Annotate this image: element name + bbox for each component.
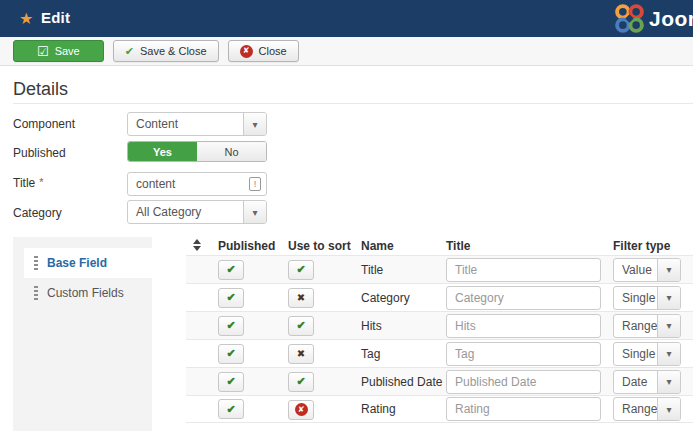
caret-down-icon: ▾: [657, 371, 680, 393]
field-name: Title: [361, 263, 446, 277]
filter-type-value: Date: [614, 371, 657, 393]
caret-down-icon: ▾: [657, 287, 680, 309]
details-heading: Details: [13, 79, 68, 100]
apply-checkbox-icon: ☑: [37, 45, 49, 58]
table-body: Title Value▾ Category Single▾ Hits Range…: [186, 255, 693, 423]
title-label: Title*: [13, 176, 44, 190]
col-name: Name: [361, 239, 446, 253]
table-row: Tag Single▾: [186, 339, 693, 367]
save-and-close-button[interactable]: ✔ Save & Close: [113, 40, 219, 62]
sort-order-icon[interactable]: [193, 239, 201, 251]
tab-base-field-label: Base Field: [47, 256, 107, 270]
close-button[interactable]: ✘ Close: [228, 40, 299, 62]
caret-down-icon: ▾: [657, 343, 680, 365]
field-name: Published Date: [361, 375, 446, 389]
category-select[interactable]: All Category ▾: [127, 200, 267, 224]
page-title: Edit: [41, 9, 70, 26]
published-label: Published: [13, 146, 66, 160]
caret-down-icon: ▾: [657, 315, 680, 337]
field-name: Hits: [361, 319, 446, 333]
component-label: Component: [13, 117, 75, 131]
category-label: Category: [13, 206, 62, 220]
published-toggle-button[interactable]: [218, 316, 244, 336]
titlebar: ★ Edit Joomla: [0, 0, 693, 37]
published-toggle-button[interactable]: [218, 399, 244, 419]
field-title-input[interactable]: [446, 397, 601, 421]
col-title: Title: [446, 239, 613, 253]
use-to-sort-toggle-button[interactable]: [288, 400, 314, 420]
use-to-sort-toggle-button[interactable]: [288, 260, 314, 280]
fields-table: Published Use to sort Name Title Filter …: [186, 237, 693, 423]
joomla-logo-icon: [615, 4, 644, 33]
tab-custom-fields-label: Custom Fields: [47, 286, 124, 300]
caret-down-icon: ▾: [657, 259, 680, 281]
table-row: Published Date Date▾: [186, 367, 693, 395]
drag-handle-icon: [34, 286, 38, 300]
published-yes-button[interactable]: Yes: [128, 142, 197, 161]
tab-custom-fields[interactable]: Custom Fields: [24, 278, 152, 308]
published-toggle-button[interactable]: [218, 344, 244, 364]
published-toggle: Yes No: [127, 141, 267, 162]
close-button-label: Close: [259, 45, 287, 57]
filter-type-value: Range: [614, 398, 657, 420]
joomla-logo-text: Joomla: [649, 7, 693, 31]
save-button[interactable]: ☑ Save: [13, 40, 104, 62]
caret-down-icon: ▾: [243, 113, 266, 135]
published-toggle-button[interactable]: [218, 288, 244, 308]
table-header-row: Published Use to sort Name Title Filter …: [186, 237, 693, 255]
filter-type-value: Single: [614, 343, 657, 365]
filter-type-value: Value: [614, 259, 657, 281]
use-to-sort-toggle-button[interactable]: [288, 316, 314, 336]
filter-type-value: Range: [614, 315, 657, 337]
filter-type-select[interactable]: Date▾: [613, 370, 681, 394]
caret-down-icon: ▾: [243, 201, 266, 223]
details-divider: [13, 103, 693, 104]
table-row: Category Single▾: [186, 283, 693, 311]
filter-type-select[interactable]: Range▾: [613, 397, 681, 421]
published-no-button[interactable]: No: [197, 142, 266, 161]
save-and-close-label: Save & Close: [140, 45, 207, 57]
use-to-sort-toggle-button[interactable]: [288, 344, 314, 364]
check-icon: ✔: [125, 46, 134, 57]
component-select-value: Content: [128, 113, 243, 135]
filter-type-value: Single: [614, 287, 657, 309]
filter-type-select[interactable]: Range▾: [613, 314, 681, 338]
use-to-sort-toggle-button[interactable]: [288, 372, 314, 392]
field-warning-icon: !: [249, 177, 261, 191]
toolbar: ☑ Save ✔ Save & Close ✘ Close: [0, 37, 693, 66]
table-row: Hits Range▾: [186, 311, 693, 339]
caret-down-icon: ▾: [657, 398, 680, 420]
tab-base-field[interactable]: Base Field: [24, 248, 162, 278]
category-select-value: All Category: [128, 201, 243, 223]
required-asterisk: *: [39, 176, 43, 188]
field-name: Tag: [361, 347, 446, 361]
cancel-circle-icon: ✘: [240, 45, 253, 58]
use-to-sort-toggle-button[interactable]: [288, 288, 314, 308]
filter-type-select[interactable]: Single▾: [613, 286, 681, 310]
joomla-logo: Joomla: [615, 4, 693, 33]
component-select[interactable]: Content ▾: [127, 112, 267, 136]
save-button-label: Save: [55, 45, 80, 57]
field-name: Rating: [361, 402, 446, 416]
app-window: ★ Edit Joomla ☑ Save ✔ Save & Close ✘ Cl…: [0, 0, 693, 431]
filter-type-select[interactable]: Value▾: [613, 258, 681, 282]
col-filter-type: Filter type: [613, 239, 693, 253]
field-title-input[interactable]: [446, 342, 601, 366]
title-label-text: Title: [13, 176, 35, 190]
star-icon: ★: [19, 9, 33, 28]
field-title-input[interactable]: [446, 370, 601, 394]
field-title-input[interactable]: [446, 314, 601, 338]
col-published: Published: [218, 239, 288, 253]
field-group-sidebar: Base Field Custom Fields: [13, 237, 152, 431]
table-row: Title Value▾: [186, 255, 693, 283]
title-input[interactable]: [127, 172, 267, 196]
table-row: Rating Range▾: [186, 395, 693, 423]
col-use-to-sort: Use to sort: [288, 239, 361, 253]
field-title-input[interactable]: [446, 258, 601, 282]
published-toggle-button[interactable]: [218, 372, 244, 392]
field-title-input[interactable]: [446, 286, 601, 310]
field-name: Category: [361, 291, 446, 305]
drag-handle-icon: [34, 256, 38, 270]
filter-type-select[interactable]: Single▾: [613, 342, 681, 366]
published-toggle-button[interactable]: [218, 260, 244, 280]
